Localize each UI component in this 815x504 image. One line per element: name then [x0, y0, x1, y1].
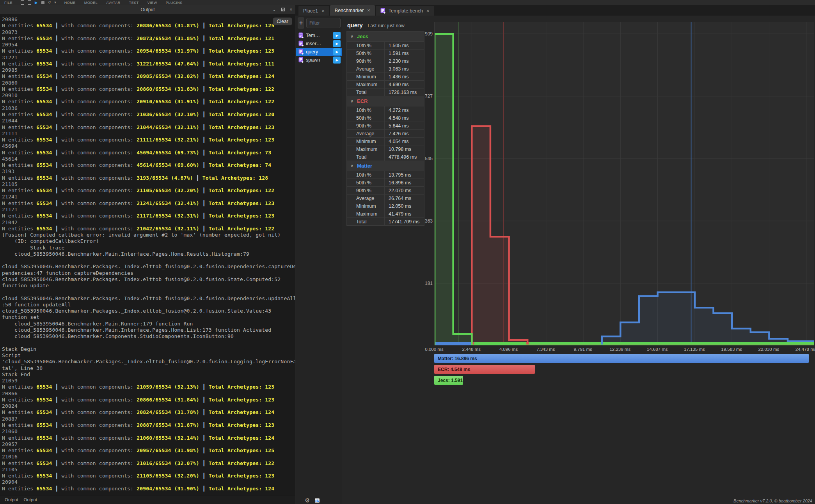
run-benchmark-button[interactable]: ▶: [333, 48, 341, 55]
log-count-line: 20866: [2, 391, 295, 397]
log-plain-line: cloud_5853950046.Benchmarker.Main.Interf…: [2, 251, 295, 257]
chevron-down-icon: ∨: [350, 99, 353, 104]
stat-value: 3.063 ms: [385, 65, 424, 73]
log-bench-line: N entities 65534 ┃ with common component…: [2, 384, 295, 390]
log-count-line: 20886: [2, 16, 295, 23]
hist-fill-matter: [602, 292, 814, 345]
log-bench-line: N entities 65534 ┃ with common component…: [2, 187, 295, 194]
list-item-query[interactable]: query▶: [296, 48, 342, 56]
x-tick-label: 4.896 ms: [499, 347, 518, 352]
y-tick-label: 181: [417, 281, 433, 286]
legend-bar-ecr[interactable]: ECR: 4.548 ms: [434, 365, 535, 374]
y-tick-label: 909: [417, 31, 433, 37]
legend-bar-jecs[interactable]: Jecs: 1.591…: [434, 376, 463, 385]
stats-row: Maximum10.798 ms: [347, 145, 424, 153]
tab-template-bench[interactable]: Template.bench×: [376, 6, 434, 16]
undo-icon[interactable]: ↺: [48, 1, 51, 4]
run-benchmark-button[interactable]: ▶: [333, 40, 341, 47]
legend-bar-matter[interactable]: Matter: 16.896 ms: [434, 354, 809, 363]
menu-view[interactable]: VIEW: [143, 1, 162, 5]
log-count-line: 20957: [2, 441, 295, 447]
log-bench-line: N entities 65534 ┃ with common component…: [2, 486, 295, 492]
log-count-line: 21044: [2, 118, 295, 124]
log-count-line: 21111: [2, 131, 295, 137]
x-tick-label: 22.030 ms: [758, 347, 779, 352]
close-icon[interactable]: ×: [290, 7, 292, 12]
clear-button[interactable]: Clear: [273, 18, 292, 25]
stat-value: 12.050 ms: [385, 202, 424, 210]
run-benchmark-button[interactable]: ▶: [333, 32, 341, 39]
gear-icon[interactable]: ⚙: [305, 497, 310, 503]
new-document-icon[interactable]: [21, 0, 24, 5]
tab-place1[interactable]: Place1×: [298, 6, 329, 16]
stats-row: 10th %1.505 ms: [347, 42, 424, 50]
log-bench-line: N entities 65534 ┃ with common component…: [2, 35, 295, 42]
log-bench-line: N entities 65534 ┃ with common component…: [2, 99, 295, 105]
list-item-spawn[interactable]: spawn▶: [296, 56, 342, 64]
stop-icon[interactable]: [41, 1, 44, 4]
list-item-Tem[interactable]: Tem…▶: [296, 32, 342, 39]
stats-row: Minimum12.050 ms: [347, 202, 424, 210]
log-bench-line: N entities 65534 ┃ with common component…: [2, 137, 295, 143]
stat-label: 10th %: [347, 106, 385, 114]
section-name: ECR: [357, 98, 368, 104]
collapse-chevron-icon[interactable]: ⌄: [272, 7, 276, 12]
output-titlebar[interactable]: Output ⌄ ×: [0, 5, 295, 14]
log-plain-line: tal', Line 30: [2, 365, 295, 371]
stat-label: Maximum: [347, 81, 385, 88]
results-icon[interactable]: [314, 498, 320, 503]
play-icon: ▶: [336, 34, 339, 37]
log-bench-line: N entities 65534 ┃ with common component…: [2, 73, 295, 80]
chevron-down-icon[interactable]: ▾: [54, 1, 56, 4]
section-header-matter[interactable]: ∨Matter: [347, 161, 424, 171]
log-bench-line: N entities 65534 ┃ with common component…: [2, 124, 295, 131]
log-count-line: 20887: [2, 416, 295, 422]
credit-text: Benchmarker v7.2.0, © boatbomber 2024: [733, 499, 812, 503]
play-icon[interactable]: ▶: [35, 1, 38, 5]
menu-file[interactable]: FILE: [0, 1, 17, 5]
section-header-jecs[interactable]: ∨Jecs: [347, 32, 424, 42]
run-benchmark-button[interactable]: ▶: [333, 57, 341, 64]
stat-label: 10th %: [347, 171, 385, 179]
stats-row: Total17741.709 ms: [347, 218, 424, 226]
menu-model[interactable]: MODEL: [80, 1, 102, 5]
stats-row: 50th %16.896 ms: [347, 179, 424, 187]
stat-label: Minimum: [347, 73, 385, 80]
log-bench-line: N entities 65534 ┃ with common component…: [2, 23, 295, 29]
filter-input[interactable]: [306, 18, 341, 28]
stats-row: 10th %4.272 ms: [347, 106, 424, 114]
log-bench-line: N entities 65534 ┃ with common component…: [2, 61, 295, 67]
log-lines: 20886N entities 65534 ┃ with common comp…: [0, 14, 295, 492]
tab-label: Place1: [303, 8, 318, 14]
output-bottom-tab[interactable]: Output: [5, 497, 18, 502]
stat-value: 1.591 ms: [385, 50, 424, 57]
bench-list: Tem…▶inser…▶query▶spawn▶: [296, 32, 342, 64]
add-benchmark-button[interactable]: +: [298, 18, 304, 28]
menu-test[interactable]: TEST: [125, 1, 143, 5]
output-bottom-tab[interactable]: Output: [24, 497, 37, 502]
stat-value: 5.644 ms: [385, 122, 424, 129]
menu-avatar[interactable]: AVATAR: [102, 1, 124, 5]
list-item-inser[interactable]: inser…▶: [296, 40, 342, 48]
log-plain-line: cloud_5853950046.Benchmarker.Packages._I…: [2, 295, 295, 302]
close-icon[interactable]: ×: [367, 7, 370, 13]
save-icon[interactable]: [28, 0, 31, 5]
output-log[interactable]: Clear 20886N entities 65534 ┃ with commo…: [0, 14, 295, 495]
log-count-line: 20985: [2, 67, 295, 73]
log-plain-line: (ID: computedCallbackError): [2, 238, 295, 244]
x-tick-label: 9.791 ms: [574, 347, 592, 352]
histogram-svg: [435, 22, 814, 345]
float-window-icon[interactable]: [281, 7, 285, 12]
log-plain-line: cloud_5853950046.Benchmarker.Main.Interf…: [2, 327, 295, 333]
studio-menubar: FILE ▶ ↺ ▾ HOMEMODELAVATARTESTVIEWPLUGIN…: [0, 0, 815, 5]
log-bench-line: N entities 65534 ┃ with common component…: [2, 409, 295, 416]
log-bench-line: N entities 65534 ┃ with common component…: [2, 48, 295, 54]
log-count-line: 20904: [2, 479, 295, 485]
menu-plugins[interactable]: PLUGINS: [162, 1, 187, 5]
close-icon[interactable]: ×: [426, 8, 430, 14]
menu-home[interactable]: HOME: [60, 1, 80, 5]
tab-benchmarker[interactable]: Benchmarker×: [330, 5, 375, 16]
stat-value: 4.272 ms: [385, 106, 424, 114]
close-icon[interactable]: ×: [321, 8, 325, 14]
section-header-ecr[interactable]: ∨ECR: [347, 96, 424, 106]
